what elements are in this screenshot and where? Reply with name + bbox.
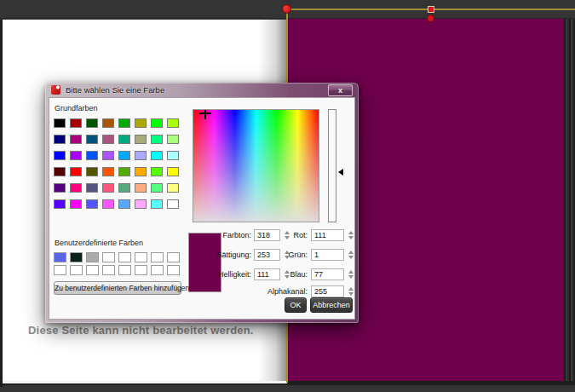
dialog-body: Grundfarben Farbton: 318 Sättigung: 253 …: [49, 97, 355, 320]
color-swatch[interactable]: [135, 183, 147, 193]
color-swatch[interactable]: [167, 183, 179, 193]
color-swatch[interactable]: [167, 118, 179, 128]
color-swatch[interactable]: [102, 265, 115, 275]
spin-down-icon[interactable]: [348, 256, 354, 259]
color-swatch[interactable]: [86, 118, 98, 128]
selection-handle-circle[interactable]: [427, 14, 434, 22]
color-swatch[interactable]: [70, 199, 82, 209]
color-swatch[interactable]: [70, 135, 82, 144]
color-swatch[interactable]: [70, 252, 83, 262]
dialog-title: Bitte wählen Sie eine Farbe: [66, 84, 164, 95]
spin-down-icon[interactable]: [348, 236, 354, 239]
color-swatch[interactable]: [135, 199, 147, 209]
spin-up-icon[interactable]: [348, 251, 354, 254]
color-swatch[interactable]: [54, 252, 66, 262]
green-field[interactable]: 1: [311, 249, 344, 261]
alpha-label: Alphakanal:: [235, 285, 308, 297]
page-bottom-edge: [3, 381, 287, 383]
color-swatch[interactable]: [102, 167, 114, 176]
color-swatch[interactable]: [135, 167, 147, 176]
color-swatch[interactable]: [151, 151, 163, 160]
alpha-field[interactable]: 255: [311, 285, 344, 297]
color-swatch[interactable]: [167, 151, 179, 160]
color-swatch[interactable]: [167, 252, 180, 262]
color-swatch[interactable]: [86, 183, 98, 193]
spin-up-icon[interactable]: [348, 231, 354, 234]
color-swatch[interactable]: [135, 252, 147, 262]
color-swatch[interactable]: [135, 135, 147, 144]
color-swatch[interactable]: [151, 183, 163, 193]
app-icon: [51, 85, 60, 95]
close-button[interactable]: x: [328, 84, 353, 96]
color-swatch[interactable]: [102, 151, 114, 160]
hue-saturation-picker[interactable]: [193, 109, 319, 222]
color-swatch[interactable]: [102, 252, 115, 262]
blue-spinner[interactable]: [347, 268, 355, 280]
color-swatch[interactable]: [54, 183, 66, 193]
color-swatch[interactable]: [86, 199, 98, 209]
color-swatch[interactable]: [151, 135, 163, 144]
color-swatch[interactable]: [102, 135, 114, 144]
spin-down-icon[interactable]: [348, 275, 354, 279]
basic-colors-grid: [54, 118, 179, 209]
color-swatch[interactable]: [86, 151, 98, 160]
color-swatch[interactable]: [167, 167, 179, 176]
canvas-right-edge: [564, 19, 575, 381]
color-swatch[interactable]: [118, 151, 130, 160]
color-swatch[interactable]: [86, 252, 99, 262]
color-swatch[interactable]: [54, 135, 66, 144]
color-swatch[interactable]: [118, 252, 131, 262]
color-swatch[interactable]: [70, 183, 82, 193]
color-swatch[interactable]: [167, 199, 179, 209]
custom-colors-label: Benutzerdefinierte Farben: [55, 239, 143, 247]
color-swatch[interactable]: [86, 265, 99, 275]
color-swatch[interactable]: [54, 167, 66, 176]
ok-button[interactable]: OK: [285, 297, 307, 313]
color-swatch[interactable]: [54, 118, 66, 128]
color-swatch[interactable]: [102, 199, 114, 209]
color-swatch[interactable]: [70, 265, 83, 275]
color-swatch[interactable]: [54, 151, 66, 160]
color-swatch[interactable]: [135, 151, 147, 160]
red-field[interactable]: 111: [311, 229, 344, 241]
color-swatch[interactable]: [70, 151, 82, 160]
color-swatch[interactable]: [86, 135, 98, 144]
value-slider-arrow-icon[interactable]: [338, 169, 343, 176]
color-swatch[interactable]: [151, 199, 163, 209]
selection-handle-square[interactable]: [428, 6, 434, 13]
dialog-titlebar[interactable]: Bitte wählen Sie eine Farbe x: [45, 83, 359, 97]
color-swatch[interactable]: [118, 135, 130, 144]
color-swatch[interactable]: [54, 265, 66, 275]
color-swatch[interactable]: [151, 265, 164, 275]
red-spinner[interactable]: [347, 229, 355, 241]
add-custom-color-button[interactable]: Zu benutzerdefinierten Farben hinzufügen: [54, 281, 181, 295]
color-swatch[interactable]: [151, 167, 163, 176]
color-swatch[interactable]: [54, 199, 66, 209]
value-slider[interactable]: [328, 109, 336, 222]
color-swatch[interactable]: [118, 265, 131, 275]
color-swatch[interactable]: [151, 252, 164, 262]
color-swatch[interactable]: [118, 167, 130, 176]
selection-handle-topleft[interactable]: [282, 4, 291, 14]
color-swatch[interactable]: [118, 118, 130, 128]
color-swatch[interactable]: [135, 265, 147, 275]
color-swatch[interactable]: [167, 265, 180, 275]
color-preview-swatch: [188, 233, 221, 292]
color-swatch[interactable]: [167, 135, 179, 144]
spin-down-icon[interactable]: [348, 292, 354, 296]
color-swatch[interactable]: [151, 118, 163, 128]
spin-up-icon[interactable]: [348, 270, 354, 274]
color-swatch[interactable]: [118, 183, 130, 193]
color-swatch[interactable]: [135, 118, 147, 128]
spin-up-icon[interactable]: [348, 287, 354, 291]
color-swatch[interactable]: [86, 167, 98, 176]
blue-field[interactable]: 77: [311, 268, 344, 280]
cancel-button[interactable]: Abbrechen: [310, 297, 353, 313]
color-swatch[interactable]: [70, 118, 82, 128]
color-swatch[interactable]: [102, 183, 114, 193]
green-spinner[interactable]: [347, 249, 355, 261]
color-swatch[interactable]: [118, 199, 130, 209]
color-swatch[interactable]: [102, 118, 114, 128]
alpha-spinner[interactable]: [347, 285, 355, 297]
color-swatch[interactable]: [70, 167, 82, 176]
